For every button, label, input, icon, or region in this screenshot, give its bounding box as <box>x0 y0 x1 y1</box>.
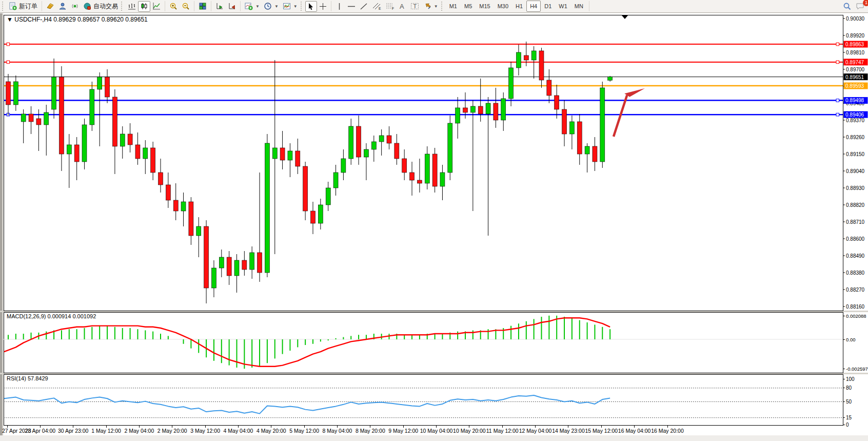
svg-text:0.89651: 0.89651 <box>845 74 864 80</box>
line-chart-icon <box>152 2 161 10</box>
timeframe-m5[interactable]: M5 <box>461 1 476 12</box>
svg-text:0.89920: 0.89920 <box>846 33 865 39</box>
metaeditor-button[interactable] <box>56 1 69 12</box>
timeframe-d1[interactable]: D1 <box>541 1 555 12</box>
svg-text:16 May 04:00: 16 May 04:00 <box>618 428 651 434</box>
profiles-button[interactable] <box>44 1 56 12</box>
chart-canvas[interactable]: 0.900300.899200.898100.897000.895900.894… <box>0 13 868 435</box>
macd-pane[interactable]: 0.0020880.00-0.002597MACD(12,26,9) 0.000… <box>4 312 868 373</box>
notifications-button[interactable]: 1 <box>854 1 867 12</box>
trendline-button[interactable] <box>358 1 370 12</box>
toolbar-grip[interactable] <box>121 2 124 11</box>
svg-text:16 May 20:00: 16 May 20:00 <box>651 428 684 434</box>
periods-caret: ▼ <box>274 4 279 9</box>
separator <box>165 1 165 11</box>
svg-text:9 May 12:00: 9 May 12:00 <box>388 428 418 434</box>
separator <box>589 1 589 11</box>
svg-text:0.89810: 0.89810 <box>846 50 865 55</box>
candlestick-chart-icon <box>140 2 148 10</box>
svg-text:0.002088: 0.002088 <box>846 313 866 319</box>
toolbar: 新订单 自动交易 <box>0 0 868 13</box>
svg-text:T: T <box>413 3 417 9</box>
svg-text:0.89863: 0.89863 <box>845 42 864 47</box>
svg-text:0.89370: 0.89370 <box>846 118 865 123</box>
indicators-button[interactable]: ▼ <box>243 1 262 12</box>
separator <box>240 1 241 11</box>
letter-A-icon: A <box>399 3 406 10</box>
svg-text:0.88160: 0.88160 <box>846 304 865 310</box>
timeframe-w1[interactable]: W1 <box>555 1 571 12</box>
svg-text:0.00: 0.00 <box>846 337 856 342</box>
crosshair-icon <box>319 3 327 10</box>
svg-text:8 May 04:00: 8 May 04:00 <box>323 428 352 434</box>
channel-button[interactable]: E <box>370 1 383 12</box>
new-order-icon <box>9 2 17 10</box>
autotrading-icon <box>83 2 91 10</box>
toolbar-grip[interactable] <box>2 2 5 11</box>
arrows-caret: ▼ <box>434 4 438 9</box>
timeframe-mn[interactable]: MN <box>571 1 587 12</box>
add-indicator-icon <box>245 2 253 10</box>
new-order-button[interactable]: 新订单 <box>7 1 40 12</box>
zoom-out-icon <box>182 2 190 10</box>
timeframe-m30[interactable]: M30 <box>494 1 512 12</box>
toolbar-grip[interactable] <box>301 2 303 11</box>
svg-text:2 May 04:00: 2 May 04:00 <box>125 428 154 434</box>
notification-badge: 1 <box>863 0 868 6</box>
timeframe-h1[interactable]: H1 <box>512 1 526 12</box>
fibonacci-button[interactable]: F <box>383 1 397 12</box>
templates-caret: ▼ <box>293 4 298 9</box>
candlestick-chart-button[interactable] <box>138 1 150 12</box>
vertical-line-button[interactable] <box>333 1 345 12</box>
crosshair-button[interactable] <box>317 1 329 12</box>
bar-chart-button[interactable] <box>126 1 138 12</box>
svg-text:0.89150: 0.89150 <box>846 151 865 157</box>
timeframe-m15[interactable]: M15 <box>476 1 494 12</box>
search-button[interactable] <box>841 1 854 12</box>
toolbar-grip[interactable] <box>441 2 444 11</box>
horizontal-line-button[interactable] <box>345 1 358 12</box>
autotrading-button[interactable]: 自动交易 <box>81 1 120 12</box>
zoom-in-button[interactable] <box>167 1 180 12</box>
svg-text:0.90030: 0.90030 <box>846 16 865 22</box>
text-button[interactable]: A <box>397 1 408 12</box>
chart-window[interactable]: 0.900300.899200.898100.897000.895900.894… <box>0 13 868 435</box>
trendline-icon <box>360 3 368 10</box>
metaeditor-person-icon <box>58 2 67 10</box>
clock-icon <box>264 2 272 10</box>
horizontal-line-icon <box>347 3 356 10</box>
fibonacci-icon: F <box>385 2 394 10</box>
svg-text:10 May 20:00: 10 May 20:00 <box>453 428 486 434</box>
left-edge-strip <box>0 13 3 435</box>
rsi-pane[interactable]: 1008050150RSI(14) 57.8429 <box>4 374 855 428</box>
svg-text:0.88270: 0.88270 <box>846 287 865 293</box>
cursor-button[interactable] <box>305 1 317 12</box>
timeframe-m1[interactable]: M1 <box>446 1 461 12</box>
arrows-button[interactable]: ▼ <box>421 1 440 12</box>
svg-text:30 Apr 23:00: 30 Apr 23:00 <box>58 428 89 434</box>
autoscroll-button[interactable] <box>213 1 226 12</box>
label-button[interactable]: T <box>408 1 421 12</box>
svg-text:0.89593: 0.89593 <box>845 83 864 89</box>
chart-title: ▼ USDCHF-,H4 0.89629 0.89657 0.89620 0.8… <box>7 16 148 23</box>
gold-chisel-icon <box>46 2 54 10</box>
line-chart-button[interactable] <box>150 1 163 12</box>
templates-button[interactable]: ▼ <box>281 1 300 12</box>
main-pane[interactable] <box>4 15 843 311</box>
vertical-line-icon <box>336 3 343 10</box>
svg-text:0.88930: 0.88930 <box>846 185 865 191</box>
equidistant-channel-icon: E <box>372 2 381 10</box>
tile-windows-button[interactable] <box>196 1 209 12</box>
shift-chart-button[interactable] <box>226 1 238 12</box>
svg-text:80: 80 <box>846 385 852 391</box>
autotrading-label: 自动交易 <box>93 2 118 11</box>
letter-T-icon: T <box>410 2 419 10</box>
mt4-window: { "toolbar": { "new_order_label": "新订单",… <box>0 0 868 441</box>
svg-text:0.88380: 0.88380 <box>846 270 865 276</box>
signals-button[interactable] <box>69 1 81 12</box>
periods-button[interactable]: ▼ <box>262 1 281 12</box>
zoom-out-button[interactable] <box>180 1 192 12</box>
timeframe-h4[interactable]: H4 <box>526 1 541 12</box>
svg-text:1 May 12:00: 1 May 12:00 <box>91 428 121 434</box>
svg-text:4 May 04:00: 4 May 04:00 <box>224 428 253 434</box>
